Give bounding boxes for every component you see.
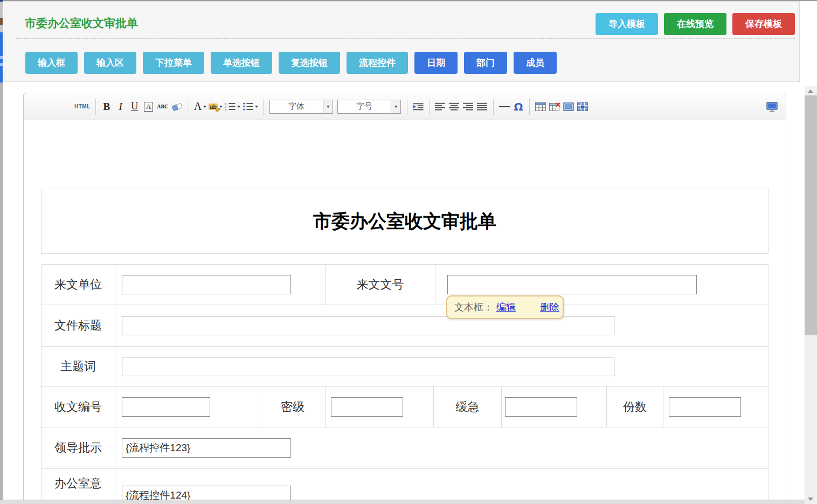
edit-link[interactable]: 编辑 <box>496 301 516 314</box>
insert-table-button[interactable] <box>535 99 546 114</box>
leader-instructions-input[interactable] <box>122 438 291 458</box>
align-left-icon <box>435 102 446 111</box>
left-edge-segment <box>0 66 3 82</box>
special-character-button[interactable]: Ω <box>513 99 524 114</box>
indent-icon <box>412 102 424 111</box>
security-level-input[interactable] <box>331 397 403 417</box>
left-edge-segment <box>0 2 3 18</box>
label-receipt-no: 收文编号 <box>41 386 115 427</box>
component-button-dropdown[interactable]: 下拉菜单 <box>143 52 204 74</box>
svg-text:3: 3 <box>225 108 226 112</box>
form-row: 办公室意见 <box>41 468 768 504</box>
form-row: 收文编号 密级 缓急 份数 <box>41 386 768 427</box>
fullscreen-monitor-icon <box>766 102 778 112</box>
fullscreen-button[interactable] <box>766 93 778 120</box>
delete-table-button[interactable] <box>549 99 560 114</box>
align-center-button[interactable] <box>448 99 460 114</box>
align-right-icon <box>463 102 474 111</box>
left-edge-segment <box>0 32 3 56</box>
delete-link[interactable]: 删除 <box>540 301 559 314</box>
font-color-button[interactable]: A <box>194 99 206 114</box>
html-source-icon: HTML <box>74 103 91 109</box>
urgency-input[interactable] <box>505 397 577 417</box>
align-center-icon <box>449 102 460 111</box>
form-title-box: 市委办公室收文审批单 <box>41 189 768 254</box>
ordered-list-button[interactable]: 1 2 3 <box>225 99 240 114</box>
italic-button[interactable]: I <box>115 99 127 114</box>
copies-input[interactable] <box>669 397 741 417</box>
import-template-button[interactable]: 导入模板 <box>596 13 658 35</box>
table-properties-button[interactable] <box>563 99 574 114</box>
underline-button[interactable]: U <box>129 99 141 114</box>
rich-text-editor: HTML B I U A ABC A ab <box>23 93 786 504</box>
toolbar-separator <box>529 99 530 115</box>
label-leader-instructions: 领导批示 <box>41 427 115 468</box>
cell-security-level <box>325 386 433 427</box>
component-button-department[interactable]: 部门 <box>464 52 507 74</box>
scrollbar-thumb[interactable] <box>805 95 817 335</box>
component-button-textarea[interactable]: 输入区 <box>84 52 136 74</box>
horizontal-rule-icon <box>499 106 510 107</box>
italic-icon: I <box>119 101 122 113</box>
chevron-down-icon <box>237 106 240 108</box>
bold-button[interactable]: B <box>101 99 113 114</box>
label-security-level: 密级 <box>260 386 325 427</box>
highlight-color-button[interactable]: ab <box>209 99 223 114</box>
source-unit-input[interactable] <box>122 275 291 294</box>
receipt-no-input[interactable] <box>122 397 210 417</box>
eraser-icon <box>171 102 184 112</box>
cell-receipt-no <box>115 386 260 427</box>
component-button-input-box[interactable]: 输入框 <box>25 52 78 74</box>
align-right-button[interactable] <box>462 99 474 114</box>
select-arrow-button[interactable] <box>391 100 400 113</box>
cell-office-opinion <box>115 469 768 504</box>
subject-words-input[interactable] <box>122 357 614 376</box>
component-button-row: 输入框 输入区 下拉菜单 单选按钮 复选按钮 流程控件 日期 部门 成员 <box>25 52 557 74</box>
cell-urgency <box>501 386 606 427</box>
cell-properties-icon <box>577 102 588 111</box>
indent-button[interactable] <box>412 99 424 114</box>
remove-format-button[interactable] <box>171 99 184 114</box>
font-family-select[interactable]: 字体 <box>269 100 333 114</box>
label-office-opinion: 办公室意见 <box>54 476 102 491</box>
toolbar-separator <box>263 99 264 115</box>
online-preview-button[interactable]: 在线预览 <box>664 13 726 35</box>
form-row: 来文单位 来文文号 <box>41 265 768 305</box>
label-source-unit: 来文单位 <box>41 265 115 305</box>
ref-number-input[interactable] <box>447 275 697 294</box>
font-size-select[interactable]: 字号 <box>337 100 401 114</box>
chevron-down-icon <box>327 106 330 108</box>
cell-properties-button[interactable] <box>577 99 588 114</box>
vertical-scrollbar[interactable] <box>805 86 817 504</box>
align-left-button[interactable] <box>434 99 446 114</box>
form-row: 文件标题 <box>41 305 768 346</box>
component-button-flow-control[interactable]: 流程控件 <box>347 52 408 74</box>
char-border-button[interactable]: A <box>143 99 155 114</box>
save-template-button[interactable]: 保存模板 <box>732 13 795 35</box>
scroll-up-arrow-icon[interactable] <box>808 89 813 93</box>
select-arrow-button[interactable] <box>323 100 333 113</box>
component-button-member[interactable]: 成员 <box>514 52 557 74</box>
label-subject-words: 主题词 <box>41 347 115 386</box>
scroll-down-arrow-icon[interactable] <box>808 498 813 501</box>
divider <box>16 38 795 39</box>
component-button-radio[interactable]: 单选按钮 <box>211 52 272 74</box>
cell-copies <box>663 386 768 427</box>
unordered-list-button[interactable] <box>243 99 258 114</box>
horizontal-rule-button[interactable] <box>498 99 510 114</box>
component-button-checkbox[interactable]: 复选按钮 <box>279 52 340 74</box>
omega-icon: Ω <box>514 100 523 113</box>
pencil-icon <box>215 106 221 112</box>
align-justify-button[interactable] <box>476 99 488 114</box>
html-source-button[interactable]: HTML <box>74 99 91 114</box>
font-color-icon: A <box>194 100 202 113</box>
component-button-date[interactable]: 日期 <box>414 52 458 74</box>
label-office-opinion-cell: 办公室意见 <box>41 469 115 504</box>
chevron-down-icon <box>394 106 398 108</box>
header-actions: 导入模板 在线预览 保存模板 <box>596 13 795 35</box>
strikethrough-button[interactable]: ABC <box>157 99 169 114</box>
label-urgency: 缓急 <box>433 386 501 427</box>
cell-leader-instructions <box>115 427 768 468</box>
editor-toolbar: HTML B I U A ABC A ab <box>24 93 786 120</box>
editor-canvas[interactable]: 市委办公室收文审批单 来文单位 来文文号 文件标题 <box>24 120 786 504</box>
